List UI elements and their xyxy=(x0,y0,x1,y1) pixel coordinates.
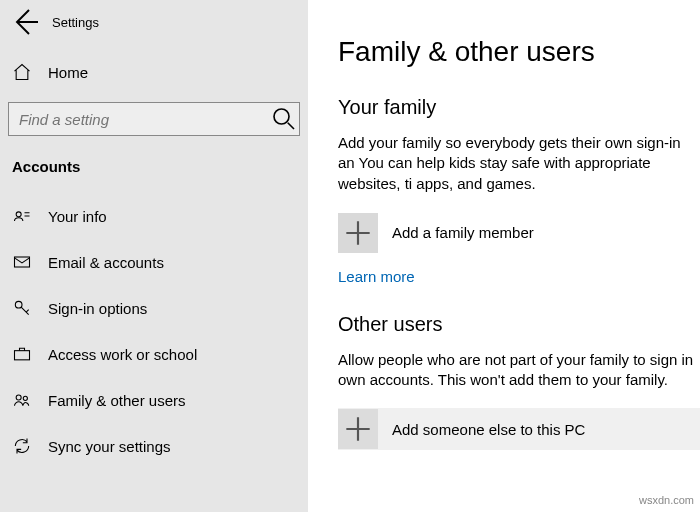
nav-label: Access work or school xyxy=(48,346,197,363)
svg-point-3 xyxy=(15,301,22,308)
other-users-desc: Allow people who are not part of your fa… xyxy=(338,350,700,391)
nav-label: Your info xyxy=(48,208,107,225)
add-someone-else-button[interactable]: Add someone else to this PC xyxy=(338,408,700,450)
topbar: Settings xyxy=(0,0,308,44)
back-arrow-icon xyxy=(8,4,44,40)
svg-rect-4 xyxy=(15,351,30,360)
svg-point-5 xyxy=(16,395,21,400)
nav-sync-settings[interactable]: Sync your settings xyxy=(0,423,308,469)
add-family-member-button[interactable]: Add a family member xyxy=(338,212,700,254)
nav-signin-options[interactable]: Sign-in options xyxy=(0,285,308,331)
svg-point-1 xyxy=(16,212,21,217)
add-someone-else-label: Add someone else to this PC xyxy=(392,421,585,438)
home-icon xyxy=(12,62,32,82)
watermark: wsxdn.com xyxy=(639,494,694,506)
your-family-desc: Add your family so everybody gets their … xyxy=(338,133,700,194)
nav-label: Email & accounts xyxy=(48,254,164,271)
nav-email-accounts[interactable]: Email & accounts xyxy=(0,239,308,285)
people-icon xyxy=(12,390,32,410)
page-title: Family & other users xyxy=(338,36,700,68)
your-family-heading: Your family xyxy=(338,96,700,119)
sidebar: Settings Home Accounts Your info Email &… xyxy=(0,0,308,512)
nav-your-info[interactable]: Your info xyxy=(0,193,308,239)
mail-icon xyxy=(12,252,32,272)
nav-label: Sign-in options xyxy=(48,300,147,317)
person-card-icon xyxy=(12,206,32,226)
content-pane: Family & other users Your family Add you… xyxy=(308,0,700,512)
nav-label: Family & other users xyxy=(48,392,186,409)
search-box[interactable] xyxy=(8,102,300,136)
svg-point-0 xyxy=(274,109,289,124)
nav-access-work-school[interactable]: Access work or school xyxy=(0,331,308,377)
plus-icon xyxy=(338,213,378,253)
nav-family-other-users[interactable]: Family & other users xyxy=(0,377,308,423)
home-nav[interactable]: Home xyxy=(0,50,308,94)
briefcase-icon xyxy=(12,344,32,364)
window-title: Settings xyxy=(52,15,99,30)
learn-more-link[interactable]: Learn more xyxy=(338,268,415,285)
section-label: Accounts xyxy=(0,148,308,181)
search-icon xyxy=(269,104,299,134)
nav-list: Your info Email & accounts Sign-in optio… xyxy=(0,193,308,469)
sync-icon xyxy=(12,436,32,456)
other-users-heading: Other users xyxy=(338,313,700,336)
search-input[interactable] xyxy=(9,111,269,128)
home-label: Home xyxy=(48,64,88,81)
plus-icon xyxy=(338,409,378,449)
svg-point-6 xyxy=(23,396,27,400)
add-family-member-label: Add a family member xyxy=(392,224,534,241)
key-icon xyxy=(12,298,32,318)
back-button[interactable] xyxy=(8,4,44,40)
nav-label: Sync your settings xyxy=(48,438,171,455)
search-container xyxy=(0,94,308,148)
settings-window: Settings Home Accounts Your info Email &… xyxy=(0,0,700,512)
svg-rect-2 xyxy=(15,257,30,267)
